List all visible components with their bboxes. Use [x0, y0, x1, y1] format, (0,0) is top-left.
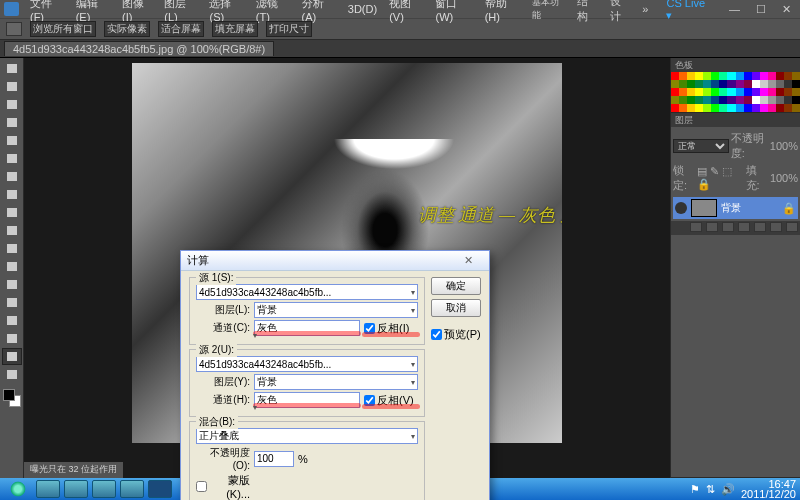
blend-mode-select[interactable]: 正常 — [673, 139, 729, 153]
new-layer-icon[interactable] — [770, 222, 782, 232]
adjust-icon[interactable] — [738, 222, 750, 232]
maximize-icon[interactable]: ☐ — [751, 3, 771, 16]
wand-tool-icon[interactable] — [2, 114, 22, 131]
blend-select[interactable]: 正片叠底 — [196, 428, 418, 444]
swatches-grid[interactable] — [671, 72, 800, 112]
dialog-titlebar[interactable]: 计算 ✕ — [181, 251, 489, 271]
menu-view[interactable]: 视图(V) — [384, 0, 428, 23]
lasso-tool-icon[interactable] — [2, 96, 22, 113]
tray-net-icon[interactable]: ⇅ — [706, 483, 715, 496]
menu-window[interactable]: 窗口(W) — [430, 0, 477, 23]
menu-bar: 文件(F) 编辑(E) 图像(I) 图层(L) 选择(S) 滤镜(T) 分析(A… — [0, 0, 800, 18]
marquee-tool-icon[interactable] — [2, 78, 22, 95]
blur-tool-icon[interactable] — [2, 276, 22, 293]
fill-label: 填充: — [746, 163, 768, 193]
eraser-tool-icon[interactable] — [2, 240, 22, 257]
layer1-select[interactable]: 背景 — [254, 302, 418, 318]
close-icon[interactable]: ✕ — [777, 3, 796, 16]
zoom-tool-icon[interactable] — [2, 366, 22, 383]
invert1-checkbox[interactable]: 反相(I) — [364, 321, 418, 336]
invert2-checkbox[interactable]: 反相(V) — [364, 393, 418, 408]
opacity-input[interactable]: 100 — [254, 451, 294, 467]
crop-tool-icon[interactable] — [2, 132, 22, 149]
opacity-label: 不透明度: — [731, 131, 768, 161]
pen-tool-icon[interactable] — [2, 294, 22, 311]
hand-tool-icon[interactable] — [2, 348, 22, 365]
fit-screen-button[interactable]: 适合屏幕 — [158, 21, 204, 37]
source1-group: 源 1(S): 4d51d933ca443248ac4b5fb... 图层(L)… — [189, 277, 425, 345]
taskbar-folder-icon[interactable] — [64, 480, 88, 498]
fill-value[interactable]: 100% — [770, 172, 798, 184]
layers-footer — [671, 221, 800, 235]
annotation-text: 调整 通道 — 灰色 反向挑勾 — [418, 203, 562, 227]
layers-header[interactable]: 图层 — [671, 113, 800, 127]
workspace-more[interactable]: » — [637, 3, 653, 15]
start-button-icon[interactable] — [4, 479, 32, 499]
workspace-essentials[interactable]: 基本功能 — [527, 0, 571, 22]
heal-tool-icon[interactable] — [2, 168, 22, 185]
menu-image[interactable]: 图像(I) — [117, 0, 157, 23]
layer-row[interactable]: 背景 🔒 — [673, 197, 798, 219]
cs-live-button[interactable]: CS Live ▾ — [661, 0, 716, 22]
brush-tool-icon[interactable] — [2, 186, 22, 203]
menu-help[interactable]: 帮助(H) — [480, 0, 525, 23]
history-brush-icon[interactable] — [2, 222, 22, 239]
gradient-tool-icon[interactable] — [2, 258, 22, 275]
path-tool-icon[interactable] — [2, 330, 22, 347]
type-tool-icon[interactable] — [2, 312, 22, 329]
dialog-close-icon[interactable]: ✕ — [453, 254, 483, 267]
lock-icons[interactable]: ▤ ✎ ⬚ 🔒 — [697, 165, 743, 191]
menu-analysis[interactable]: 分析(A) — [297, 0, 341, 23]
clock[interactable]: 16:472011/12/20 — [741, 479, 796, 499]
preview-checkbox[interactable]: 预览(P) — [431, 327, 481, 342]
opacity-value[interactable]: 100% — [770, 140, 798, 152]
taskbar-explorer-icon[interactable] — [36, 480, 60, 498]
color-swatch[interactable] — [2, 388, 22, 408]
visibility-icon[interactable] — [675, 202, 687, 214]
channel1-select[interactable]: 灰色 — [254, 320, 360, 336]
menu-edit[interactable]: 编辑(E) — [71, 0, 115, 23]
source1-select[interactable]: 4d51d933ca443248ac4b5fb... — [196, 284, 418, 300]
layer-thumbnail[interactable] — [691, 199, 717, 217]
layer2-select[interactable]: 背景 — [254, 374, 418, 390]
actual-pixels-button[interactable]: 实际像素 — [104, 21, 150, 37]
layer-name[interactable]: 背景 — [721, 201, 741, 215]
source1-legend: 源 1(S): — [196, 271, 236, 285]
fill-screen-button[interactable]: 填充屏幕 — [212, 21, 258, 37]
layer1-label: 图层(L): — [196, 303, 250, 317]
cancel-button[interactable]: 取消 — [431, 299, 481, 317]
workspace-structure[interactable]: 结构 — [572, 0, 603, 24]
calculations-dialog: 计算 ✕ 源 1(S): 4d51d933ca443248ac4b5fb... … — [180, 250, 490, 500]
source2-select[interactable]: 4d51d933ca443248ac4b5fb... — [196, 356, 418, 372]
trash-icon[interactable] — [786, 222, 798, 232]
menu-file[interactable]: 文件(F) — [25, 0, 69, 23]
menu-select[interactable]: 选择(S) — [204, 0, 248, 23]
mask-checkbox[interactable]: 蒙版(K)... — [196, 473, 250, 500]
stamp-tool-icon[interactable] — [2, 204, 22, 221]
workspace-design[interactable]: 设计 — [605, 0, 636, 24]
taskbar-photoshop-icon[interactable] — [148, 480, 172, 498]
taskbar-app1-icon[interactable] — [92, 480, 116, 498]
swatches-panel: 色板 — [671, 58, 800, 113]
mask-icon[interactable] — [722, 222, 734, 232]
tray-flag-icon[interactable]: ⚑ — [690, 483, 700, 496]
channel2-select[interactable]: 灰色 — [254, 392, 360, 408]
move-tool-icon[interactable] — [2, 60, 22, 77]
tray-vol-icon[interactable]: 🔊 — [721, 483, 735, 496]
layers-panel: 图层 正常 不透明度: 100% 锁定: ▤ ✎ ⬚ 🔒 填充: 100% 背景 — [671, 113, 800, 478]
arrange-dropdown[interactable]: 浏览所有窗口 — [30, 21, 96, 37]
swatches-header[interactable]: 色板 — [671, 58, 800, 72]
menu-filter[interactable]: 滤镜(T) — [251, 0, 295, 23]
tool-preset-icon[interactable] — [6, 22, 22, 36]
link-icon[interactable] — [690, 222, 702, 232]
eyedropper-tool-icon[interactable] — [2, 150, 22, 167]
minimize-icon[interactable]: — — [724, 3, 745, 16]
menu-3d[interactable]: 3D(D) — [343, 3, 382, 15]
menu-layer[interactable]: 图层(L) — [159, 0, 202, 23]
ok-button[interactable]: 确定 — [431, 277, 481, 295]
taskbar-app2-icon[interactable] — [120, 480, 144, 498]
group-icon[interactable] — [754, 222, 766, 232]
document-tab[interactable]: 4d51d933ca443248ac4b5fb5.jpg @ 100%(RGB/… — [4, 41, 274, 56]
fx-icon[interactable] — [706, 222, 718, 232]
print-size-button[interactable]: 打印尺寸 — [266, 21, 312, 37]
